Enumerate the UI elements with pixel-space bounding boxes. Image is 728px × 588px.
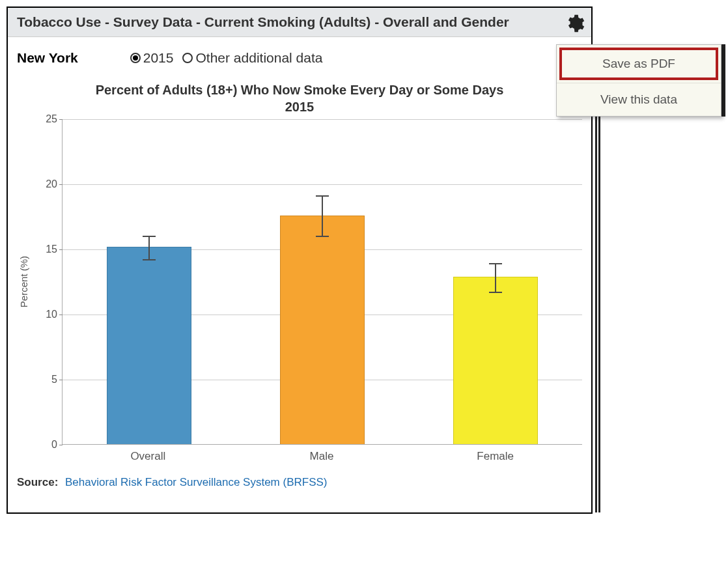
chart-panel: Tobacco Use - Survey Data - Current Smok… [7, 7, 593, 514]
plot-wrap: Percent (%) 0510152025 [17, 119, 582, 445]
source-label: Source: [17, 476, 58, 488]
menu-view-data[interactable]: View this data [557, 83, 721, 116]
x-tick-label: Overall [61, 450, 235, 463]
bar-group [63, 247, 236, 445]
radio-other-label: Other additional data [195, 50, 322, 66]
plot-region: 0510152025 [62, 119, 582, 445]
radio-circle-icon [182, 53, 193, 63]
settings-dropdown: Save as PDF View this data [556, 44, 721, 117]
x-labels-inner: OverallMaleFemale [61, 445, 582, 463]
y-tick-label: 25 [31, 113, 57, 125]
y-tick-label: 20 [31, 178, 57, 190]
radio-dot-icon [130, 53, 141, 63]
radio-group: 2015 Other additional data [130, 50, 543, 66]
bar-male [280, 216, 365, 445]
bar-group [409, 277, 582, 445]
y-tick-label: 5 [31, 374, 57, 385]
panel-title: Tobacco Use - Survey Data - Current Smok… [17, 14, 509, 29]
y-axis-label: Percent (%) [17, 256, 31, 307]
radio-2015[interactable]: 2015 [130, 50, 174, 66]
panel-header: Tobacco Use - Survey Data - Current Smok… [8, 8, 591, 37]
x-tick-label: Male [235, 450, 409, 463]
x-axis-labels: OverallMaleFemale [17, 445, 582, 463]
radio-other[interactable]: Other additional data [182, 50, 322, 66]
source-link[interactable]: Behavioral Risk Factor Surveillance Syst… [65, 476, 327, 488]
bar-overall [107, 247, 191, 445]
source-row: Source: Behavioral Risk Factor Surveilla… [8, 468, 591, 512]
x-axis-line [63, 444, 582, 445]
radio-2015-label: 2015 [143, 50, 174, 66]
menu-save-pdf[interactable]: Save as PDF [559, 48, 718, 80]
bars-container [63, 119, 582, 445]
location-label: New York [17, 50, 78, 66]
gear-icon[interactable] [564, 13, 585, 34]
x-tick-label: Female [408, 450, 582, 463]
controls-row: New York 2015 Other additional data [8, 37, 591, 74]
chart-title: Percent of Adults (18+) Who Now Smoke Ev… [17, 81, 582, 115]
chart-title-line1: Percent of Adults (18+) Who Now Smoke Ev… [17, 81, 582, 98]
bar-female [453, 277, 538, 445]
chart-title-line2: 2015 [17, 98, 582, 115]
y-tick-label: 0 [31, 439, 57, 451]
chart-area: Percent of Adults (18+) Who Now Smoke Ev… [8, 74, 591, 468]
y-axis [31, 119, 62, 445]
y-tick-label: 10 [31, 309, 57, 320]
y-tick-label: 15 [31, 244, 57, 255]
bar-group [236, 216, 409, 445]
